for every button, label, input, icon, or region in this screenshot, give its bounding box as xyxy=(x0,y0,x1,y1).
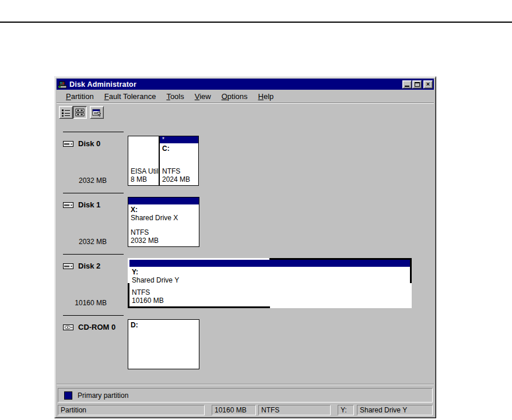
disk-row-disk-1: Disk 12032 MBX:Shared Drive XNTFS2032 MB xyxy=(57,193,434,247)
title-bar[interactable]: Disk Administrator × xyxy=(57,79,434,90)
menu-options[interactable]: Options xyxy=(216,91,253,102)
properties-icon xyxy=(92,108,101,117)
disk-label: Disk 02032 MB xyxy=(57,136,128,186)
partition-d[interactable]: D: xyxy=(128,319,199,369)
disk-total-size: 2032 MB xyxy=(57,238,115,246)
disk-row-separator xyxy=(63,132,124,132)
minimize-button[interactable] xyxy=(402,80,412,89)
filesystem: EISA Utilities xyxy=(131,167,156,175)
document-page: Disk Administrator × PartitionFault Tole… xyxy=(0,0,512,420)
disk-total-size: 10160 MB xyxy=(57,299,115,307)
partition-area: D: xyxy=(128,319,199,369)
menu-help[interactable]: Help xyxy=(253,91,279,102)
hard-disk-icon xyxy=(63,202,73,209)
disk-list: Disk 02032 MBEISA Utilities8 MB*C:NTFS20… xyxy=(57,121,434,379)
filesystem: NTFS xyxy=(132,288,408,297)
list-view-icon xyxy=(61,108,71,117)
filesystem: NTFS xyxy=(131,228,197,237)
hard-disk-icon xyxy=(63,263,73,270)
disk-row-cd-rom-0: CD-ROM 0D: xyxy=(57,315,434,369)
partition[interactable]: EISA Utilities8 MB xyxy=(128,136,159,186)
close-icon: × xyxy=(426,81,430,87)
close-button[interactable]: × xyxy=(423,80,433,89)
partition-size: 8 MB xyxy=(131,175,156,183)
disk-row-separator xyxy=(63,315,124,316)
partition-y[interactable]: Y:Shared Drive YNTFS10160 MB xyxy=(128,258,412,308)
drive-letter: D: xyxy=(131,321,197,329)
disk-total-size: 2032 MB xyxy=(57,177,115,185)
maximize-button[interactable] xyxy=(412,80,422,89)
primary-partition-stripe xyxy=(129,260,410,267)
partition-size: 2032 MB xyxy=(131,237,197,245)
menu-fault-tolerance[interactable]: Fault Tolerance xyxy=(99,91,162,102)
menu-partition[interactable]: Partition xyxy=(61,91,99,102)
primary-partition-stripe: * xyxy=(160,136,198,143)
legend-bar: Primary partition xyxy=(58,388,433,403)
partition-area: Y:Shared Drive YNTFS10160 MB xyxy=(128,258,412,308)
cdrom-icon xyxy=(63,324,73,331)
status-drive-letter: Y: xyxy=(338,405,354,415)
toolbar xyxy=(57,104,434,121)
page-top-rule xyxy=(0,22,512,23)
minimize-icon xyxy=(405,86,409,87)
disk-name: Disk 1 xyxy=(78,200,100,209)
disk-name: Disk 2 xyxy=(78,262,100,270)
disk-label: Disk 12032 MB xyxy=(57,197,128,247)
menu-bar: PartitionFault ToleranceToolsViewOptions… xyxy=(57,90,434,103)
status-bar: Partition 10160 MB NTFS Y: Shared Drive … xyxy=(58,405,433,415)
legend-separator xyxy=(57,384,434,385)
menu-tools[interactable]: Tools xyxy=(161,91,189,102)
disk-row-disk-2: Disk 210160 MBY:Shared Drive YNTFS10160 … xyxy=(57,254,434,308)
disk-label: Disk 210160 MB xyxy=(57,258,128,308)
window-title: Disk Administrator xyxy=(69,80,402,89)
disk-row-separator xyxy=(63,254,124,255)
partition-area: X:Shared Drive XNTFS2032 MB xyxy=(128,197,199,247)
menu-view[interactable]: View xyxy=(190,91,216,102)
filesystem: NTFS xyxy=(162,167,196,175)
volumes-view-button[interactable] xyxy=(59,106,73,119)
volume-label: Shared Drive X xyxy=(131,214,197,222)
volume-label: Shared Drive Y xyxy=(132,276,408,284)
drive-letter: X: xyxy=(131,206,197,214)
legend-label: Primary partition xyxy=(78,391,128,400)
disk-administrator-window: Disk Administrator × PartitionFault Tole… xyxy=(54,76,436,418)
disk-administrator-icon xyxy=(58,80,67,89)
disk-row-disk-0: Disk 02032 MBEISA Utilities8 MB*C:NTFS20… xyxy=(57,132,434,186)
maximize-icon xyxy=(415,82,420,87)
drive-letter: Y: xyxy=(132,268,408,276)
disk-name: CD-ROM 0 xyxy=(78,323,115,331)
partition-x[interactable]: X:Shared Drive XNTFS2032 MB xyxy=(128,197,199,247)
status-volume-label: Shared Drive Y xyxy=(357,405,433,415)
partition-area: EISA Utilities8 MB*C:NTFS2024 MB xyxy=(128,136,199,186)
disk-regions-icon xyxy=(75,108,85,117)
primary-partition-stripe xyxy=(128,197,199,204)
properties-button[interactable] xyxy=(90,106,104,119)
drive-letter: C: xyxy=(162,144,196,153)
status-filesystem: NTFS xyxy=(258,405,331,415)
disk-row-separator xyxy=(63,193,124,193)
disk-view-button[interactable] xyxy=(73,106,87,119)
partition-size: 2024 MB xyxy=(162,175,196,183)
disk-name: Disk 0 xyxy=(78,139,100,148)
status-object-type: Partition xyxy=(58,405,205,415)
partition-size: 10160 MB xyxy=(132,297,408,305)
primary-partition-swatch xyxy=(64,391,72,400)
disk-label: CD-ROM 0 xyxy=(57,319,128,369)
partition-c[interactable]: *C:NTFS2024 MB xyxy=(159,136,199,186)
hard-disk-icon xyxy=(63,140,73,147)
status-size: 10160 MB xyxy=(212,405,256,415)
